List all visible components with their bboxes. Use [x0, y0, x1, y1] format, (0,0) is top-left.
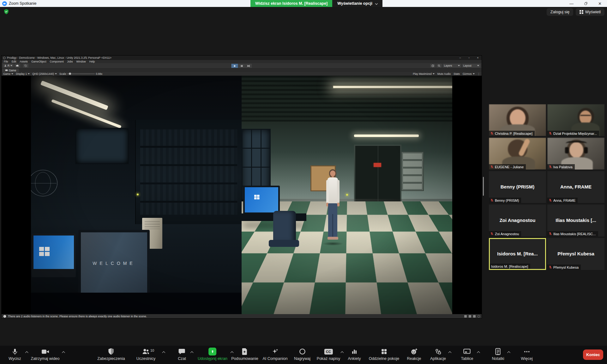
unity-maximize-button[interactable]: ▫ [465, 56, 473, 59]
chevron-up-icon[interactable] [62, 351, 65, 355]
ceiling-light [333, 85, 452, 89]
participant-tile[interactable]: EUGENE - Juliane [489, 138, 546, 170]
unity-title-text: Prodigy - DemoScene - Windows, Mac, Linu… [7, 56, 111, 59]
panel-resize-handle[interactable] [483, 177, 484, 196]
muted-mic-icon [490, 199, 494, 202]
scene-left-office: WELCOME [31, 76, 242, 314]
layout-dropdown[interactable]: Layout [462, 64, 480, 68]
share-screen-button[interactable]: Udostępnij ekran [198, 347, 227, 361]
participant-tile[interactable]: Ilias Moustakis [... Ilias Moustakis [RE… [547, 205, 604, 236]
cc-icon: CC [324, 349, 333, 355]
security-button[interactable]: Zabezpieczenia [97, 347, 125, 361]
menu-help[interactable]: Help [89, 60, 95, 63]
stats-toggle[interactable]: Stats [454, 72, 460, 75]
reactions-smiley-icon [410, 347, 418, 356]
participant-tile[interactable]: Benny (PRISM) Benny (PRISM) [489, 171, 546, 203]
muted-mic-icon [549, 232, 552, 236]
stop-video-button[interactable]: Zatrzymaj wideo [31, 347, 60, 361]
sign-in-button[interactable]: Zaloguj się [547, 8, 573, 16]
chevron-up-icon[interactable] [341, 351, 344, 355]
menu-gameobject[interactable]: GameObject [31, 60, 46, 63]
status-message[interactable]: There are 2 audio listeners in the scene… [8, 315, 147, 318]
menu-file[interactable]: File [4, 60, 8, 63]
menu-assets[interactable]: Assets [20, 60, 28, 63]
participant-tile[interactable]: Christina P. [Realiscape] [489, 104, 546, 136]
play-icon [233, 65, 236, 67]
unity-titlebar: Prodigy - DemoScene - Windows, Mac, Linu… [2, 56, 482, 60]
chevron-up-icon[interactable] [477, 351, 480, 355]
chat-button[interactable]: Czat [178, 347, 186, 361]
apps-button[interactable]: Aplikacje [430, 347, 446, 361]
refresh-icon [24, 64, 27, 67]
participants-count: 10 [150, 349, 154, 352]
resolution-dropdown[interactable]: QHD (2560x1440) [32, 72, 57, 75]
view-button[interactable]: Wyświetl [576, 8, 604, 16]
end-meeting-button[interactable]: Koniec [583, 349, 603, 360]
bar-chart-icon [351, 347, 358, 356]
step-button[interactable] [245, 64, 252, 68]
participant-tile[interactable]: Dział Projektów Międzynar... [547, 104, 604, 136]
menu-jobs[interactable]: Jobs [67, 60, 73, 63]
package-icon[interactable] [473, 315, 476, 318]
unity-undo-history-button[interactable] [23, 64, 28, 68]
more-dots-icon [523, 347, 530, 356]
participant-tile[interactable]: Přemysl Kubesa Přemysl Kubesa [547, 238, 604, 270]
reactions-button[interactable]: Reakcje [407, 347, 421, 361]
muted-mic-icon [490, 165, 494, 169]
game-view-mode-dropdown[interactable]: Game [3, 72, 13, 75]
package-icon[interactable] [464, 315, 467, 318]
game-view-tab[interactable]: Game [2, 69, 19, 72]
mute-audio-toggle[interactable]: Mute Audio [437, 72, 451, 75]
unity-search-button[interactable] [436, 64, 442, 68]
chevron-up-icon[interactable] [448, 351, 452, 355]
view-options-button[interactable]: Wyświetlanie opcji [332, 0, 382, 7]
gizmos-dropdown[interactable]: Gizmos [463, 72, 475, 75]
chevron-up-icon[interactable] [25, 351, 28, 355]
scale-slider[interactable] [67, 74, 95, 74]
menu-component[interactable]: Component [50, 60, 64, 63]
close-button[interactable]: ✕ [593, 0, 607, 7]
restore-button[interactable] [579, 0, 593, 7]
whiteboards-button[interactable]: Tablice [461, 347, 473, 361]
participant-tile-active-sharer[interactable]: Isidoros M. [Rea... Isidoros M. [Realisc… [489, 238, 546, 270]
unity-account-button[interactable]: R [3, 64, 14, 68]
view-menu-dots[interactable]: ⋮ [478, 72, 480, 75]
search-icon [438, 64, 441, 67]
windows-logo [39, 247, 50, 256]
more-button[interactable]: Więcej [521, 347, 533, 361]
participant-tile[interactable]: Anna, FRAME Anna, FRAME [547, 171, 604, 203]
menu-window[interactable]: Window [76, 60, 86, 63]
unity-close-button[interactable]: × [474, 56, 482, 59]
muted-mic-icon [549, 132, 552, 135]
participant-name-tag: Benny (PRISM) [489, 198, 521, 203]
breakout-rooms-button[interactable]: Oddzielne pokoje [369, 347, 400, 361]
ai-companion-button[interactable]: AI Companion [262, 347, 287, 361]
play-maximized-dropdown[interactable]: Play Maximized [413, 72, 435, 75]
package-icon[interactable] [469, 315, 471, 318]
unity-history-button[interactable] [430, 64, 436, 68]
chevron-up-icon[interactable] [190, 351, 193, 355]
wireframe-globe [31, 170, 57, 196]
chevron-up-icon[interactable] [162, 351, 165, 355]
participant-tile[interactable]: Zoi Anagnostou Zoi Anagnostou [489, 205, 546, 236]
chevron-up-icon[interactable] [507, 351, 510, 355]
unity-cloud-button[interactable] [15, 64, 20, 68]
menu-edit[interactable]: Edit [12, 60, 16, 63]
zoom-logo-icon [2, 1, 7, 6]
play-button[interactable] [231, 64, 238, 68]
mute-button[interactable]: Wycisz [9, 347, 21, 361]
unity-minimize-button[interactable]: – [456, 56, 464, 59]
record-button[interactable]: Nagrywaj [294, 347, 310, 361]
layers-dropdown[interactable]: Layers [443, 64, 461, 68]
polls-button[interactable]: Ankiety [348, 347, 361, 361]
whiteboard-icon [463, 347, 471, 356]
captions-button[interactable]: CC Pokaż napisy [317, 347, 340, 361]
display-dropdown[interactable]: Display 1 [16, 72, 30, 75]
notes-button[interactable]: Notatki [492, 347, 504, 361]
check-circle-icon[interactable] [478, 315, 480, 318]
minimize-button[interactable]: — [564, 0, 579, 7]
pause-button[interactable] [238, 64, 245, 68]
summary-button[interactable]: Podsumowanie [231, 347, 258, 361]
participants-button[interactable]: Uczestnicy 10 [136, 347, 155, 361]
participant-tile[interactable]: Iva Palatova [547, 138, 604, 170]
